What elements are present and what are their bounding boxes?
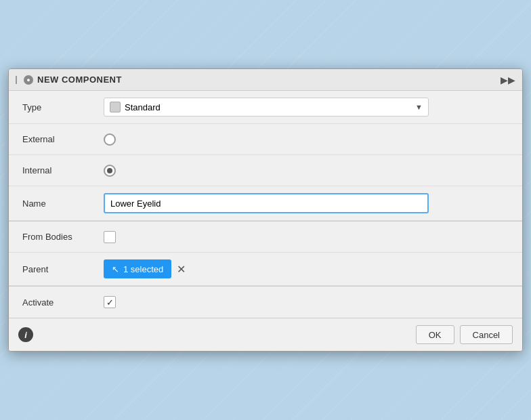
cancel-button[interactable]: Cancel	[460, 325, 513, 344]
cursor-icon: ↖	[112, 264, 119, 274]
fast-forward-icon[interactable]: ▶▶	[501, 75, 515, 85]
form-body: Type Standard ▼ External Internal	[9, 91, 522, 318]
title-bar: ● NEW COMPONENT ▶▶	[9, 69, 522, 91]
type-row: Type Standard ▼	[9, 91, 522, 124]
from-bodies-checkbox[interactable]	[104, 231, 116, 243]
parent-select-button[interactable]: ↖ 1 selected	[104, 259, 171, 278]
drag-handle[interactable]	[16, 76, 17, 84]
external-row: External	[9, 124, 522, 155]
dialog-title: NEW COMPONENT	[37, 75, 122, 85]
from-bodies-label: From Bodies	[22, 232, 104, 242]
type-select-left: Standard	[110, 102, 161, 112]
internal-label: Internal	[22, 165, 104, 175]
from-bodies-row: From Bodies	[9, 222, 522, 253]
activate-control	[104, 296, 509, 308]
new-component-dialog: ● NEW COMPONENT ▶▶ Type Standard ▼	[8, 68, 523, 352]
internal-row: Internal	[9, 155, 522, 186]
title-bar-left: ● NEW COMPONENT	[16, 75, 122, 85]
activate-row: Activate	[9, 287, 522, 318]
dialog-footer: i OK Cancel	[9, 318, 522, 351]
type-icon	[110, 102, 121, 112]
dropdown-arrow-icon: ▼	[415, 103, 423, 111]
parent-control: ↖ 1 selected ✕	[104, 259, 509, 278]
title-bar-right: ▶▶	[501, 75, 515, 85]
internal-control	[104, 165, 509, 177]
name-control	[104, 193, 509, 213]
activate-checkbox[interactable]	[104, 296, 116, 308]
ok-button[interactable]: OK	[416, 325, 454, 344]
footer-right: OK Cancel	[416, 325, 513, 344]
footer-left: i	[18, 327, 33, 342]
from-bodies-control	[104, 231, 509, 243]
type-dropdown[interactable]: Standard ▼	[104, 98, 429, 117]
info-icon[interactable]: i	[18, 327, 33, 342]
parent-selected-label: 1 selected	[123, 264, 163, 274]
name-row: Name	[9, 186, 522, 221]
type-label: Type	[22, 102, 104, 112]
parent-clear-button[interactable]: ✕	[177, 263, 186, 276]
name-input[interactable]	[104, 193, 429, 213]
external-control	[104, 133, 509, 146]
type-control: Standard ▼	[104, 98, 509, 117]
activate-label: Activate	[22, 297, 104, 308]
external-label: External	[22, 134, 104, 144]
parent-row: Parent ↖ 1 selected ✕	[9, 253, 522, 286]
parent-label: Parent	[22, 264, 104, 274]
type-value: Standard	[125, 102, 161, 112]
external-radio[interactable]	[104, 133, 116, 146]
internal-radio[interactable]	[104, 165, 116, 177]
name-label: Name	[22, 198, 104, 209]
dialog-icon: ●	[24, 75, 33, 85]
